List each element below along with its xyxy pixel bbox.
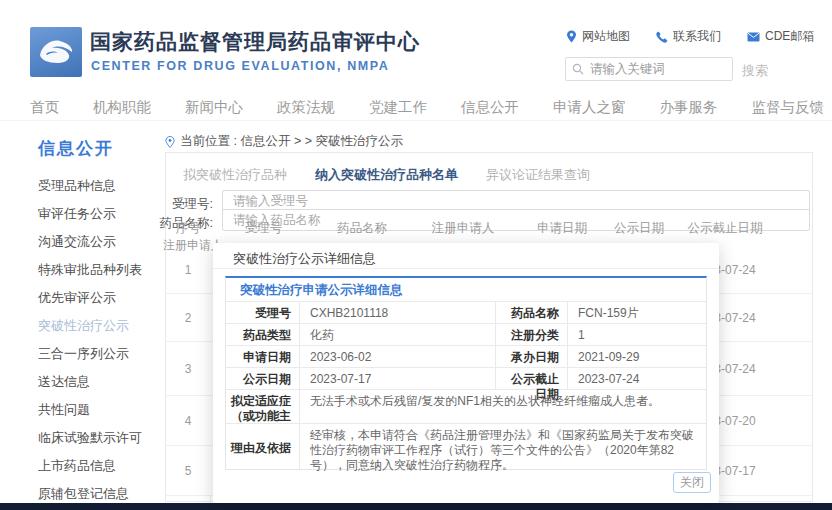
detail-table: 突破性治疗申请公示详细信息 受理号 CXHB2101118 药品名称 FCN-1… — [225, 276, 707, 470]
reason-field-label: 理由及依据 — [226, 424, 300, 469]
table-header-row: 序号 受理号 药品名称 注册申请人 申请日期 公示日期 公示截止日期 — [165, 220, 813, 237]
col-header-apply-date: 申请日期 — [518, 220, 606, 237]
location-pin-icon — [165, 136, 175, 148]
sidebar-item-three-in-one[interactable]: 三合一序列公示 — [38, 340, 168, 368]
nav-item-supervision[interactable]: 监督与反馈 — [752, 98, 825, 117]
detail-row: 公示日期 2023-07-17 公示截止日期 2023-07-24 — [226, 368, 706, 390]
apply-date-field-label: 申请日期 — [226, 346, 300, 367]
tab-proposed-breakthrough[interactable]: 拟突破性治疗品种 — [183, 166, 287, 184]
nav-item-functions[interactable]: 机构职能 — [93, 98, 151, 117]
tab-bar: 拟突破性治疗品种 纳入突破性治疗品种名单 异议论证结果查询 — [183, 166, 590, 184]
reg-class-value: 1 — [568, 324, 706, 345]
col-header-applicant: 注册申请人 — [408, 220, 518, 237]
indication-field-label: 拟定适应症（或功能主治） — [226, 390, 300, 423]
tab-included-breakthrough-list[interactable]: 纳入突破性治疗品种名单 — [315, 166, 458, 184]
reason-value: 经审核，本申请符合《药品注册管理办法》和《国家药监局关于发布突破性治疗药物审评工… — [300, 424, 706, 469]
detail-row: 受理号 CXHB2101118 药品名称 FCN-159片 — [226, 302, 706, 324]
accept-no-value: CXHB2101118 — [300, 302, 496, 323]
nav-item-policies[interactable]: 政策法规 — [277, 98, 335, 117]
undertake-date-value: 2021-09-29 — [568, 346, 706, 367]
sidebar-item-common-issues[interactable]: 共性问题 — [38, 396, 168, 424]
tab-objection-results[interactable]: 异议论证结果查询 — [486, 166, 590, 184]
contact-link[interactable]: 联系我们 — [656, 28, 721, 45]
search-icon — [572, 63, 584, 75]
accept-no-label: 受理号: — [150, 196, 213, 213]
dialog-body: 突破性治疗申请公示详细信息 受理号 CXHB2101118 药品名称 FCN-1… — [213, 269, 719, 470]
undertake-date-field-label: 承办日期 — [496, 346, 568, 367]
col-header-deadline: 公示截止日期 — [672, 220, 778, 237]
topbar-links: 网站地图 联系我们 CDE邮箱 — [566, 28, 814, 45]
sidebar-title: 信息公开 — [38, 137, 114, 160]
close-button[interactable]: 关闭 — [673, 472, 711, 493]
col-header-accept-no: 受理号 — [211, 220, 316, 237]
footer-bar — [0, 503, 832, 510]
swan-logo-icon — [36, 35, 76, 69]
indication-value: 无法手术或术后残留/复发的NF1相关的丛状神经纤维瘤成人患者。 — [300, 390, 706, 423]
sidebar-item-priority-review[interactable]: 优先审评公示 — [38, 284, 168, 312]
sidebar-item-marketed-drugs[interactable]: 上市药品信息 — [38, 452, 168, 480]
phone-icon — [656, 31, 668, 43]
sidebar-item-communication[interactable]: 沟通交流公示 — [38, 228, 168, 256]
mailbox-link[interactable]: CDE邮箱 — [747, 28, 814, 45]
row-no: 3 — [165, 362, 211, 376]
sidebar-item-breakthrough-therapy[interactable]: 突破性治疗公示 — [38, 312, 168, 340]
row-no: 5 — [165, 464, 211, 478]
sidebar-item-delivery-info[interactable]: 送达信息 — [38, 368, 168, 396]
location-pin-icon — [566, 30, 577, 43]
mail-icon — [747, 32, 760, 42]
search-button[interactable]: 搜索 — [742, 62, 768, 80]
dialog-header: 突破性治疗公示详细信息 — [213, 243, 719, 269]
apply-date-value: 2023-06-02 — [300, 346, 496, 367]
sidebar-item-review-tasks[interactable]: 审评任务公示 — [38, 200, 168, 228]
reg-class-field-label: 注册分类 — [496, 324, 568, 345]
dialog-title: 突破性治疗公示详细信息 — [233, 251, 376, 266]
detail-row: 药品类型 化药 注册分类 1 — [226, 324, 706, 346]
nav-item-applicant[interactable]: 申请人之窗 — [553, 98, 626, 117]
row-no: 4 — [165, 414, 211, 428]
detail-row-reason: 理由及依据 经审核，本申请符合《药品注册管理办法》和《国家药监局关于发布突破性治… — [226, 424, 706, 469]
sitemap-link[interactable]: 网站地图 — [566, 28, 630, 45]
publish-date-value: 2023-07-17 — [300, 368, 496, 389]
nav-item-services[interactable]: 办事服务 — [660, 98, 718, 117]
nav-item-disclosure[interactable]: 信息公开 — [461, 98, 519, 117]
sidebar-item-clinical-trial-license[interactable]: 临床试验默示许可 — [38, 424, 168, 452]
col-header-no: 序号 — [165, 220, 211, 237]
keyword-search-box[interactable]: 请输入关键词 — [565, 57, 733, 81]
nav-item-party[interactable]: 党建工作 — [369, 98, 427, 117]
site-subtitle: CENTER FOR DRUG EVALUATION, NMPA — [91, 59, 389, 73]
col-header-publish-date: 公示日期 — [606, 220, 672, 237]
sitemap-label: 网站地图 — [582, 28, 630, 45]
cde-logo[interactable] — [30, 27, 82, 77]
detail-row: 申请日期 2023-06-02 承办日期 2021-09-29 — [226, 346, 706, 368]
site-title: 国家药品监督管理局药品审评中心 — [90, 28, 420, 56]
detail-section-title: 突破性治疗申请公示详细信息 — [226, 278, 706, 302]
nav-item-home[interactable]: 首页 — [30, 98, 59, 117]
detail-row-indication: 拟定适应症（或功能主治） 无法手术或术后残留/复发的NF1相关的丛状神经纤维瘤成… — [226, 390, 706, 424]
deadline-field-label: 公示截止日期 — [496, 368, 568, 389]
drug-name-field-label: 药品名称 — [496, 302, 568, 323]
main-nav: 首页 机构职能 新闻中心 政策法规 党建工作 信息公开 申请人之窗 办事服务 监… — [0, 94, 832, 121]
sidebar-item-accepted-varieties[interactable]: 受理品种信息 — [38, 172, 168, 200]
detail-dialog: 突破性治疗公示详细信息 突破性治疗申请公示详细信息 受理号 CXHB210111… — [213, 243, 719, 503]
search-input[interactable]: 请输入关键词 — [590, 61, 665, 78]
drug-name-value: FCN-159片 — [568, 302, 706, 323]
publish-date-field-label: 公示日期 — [226, 368, 300, 389]
col-header-drug-name: 药品名称 — [316, 220, 408, 237]
deadline-value: 2023-07-24 — [568, 368, 706, 389]
page: 国家药品监督管理局药品审评中心 CENTER FOR DRUG EVALUATI… — [0, 0, 832, 510]
sidebar-menu: 受理品种信息 审评任务公示 沟通交流公示 特殊审批品种列表 优先审评公示 突破性… — [38, 172, 168, 508]
nav-item-news[interactable]: 新闻中心 — [185, 98, 243, 117]
sidebar-item-special-approval[interactable]: 特殊审批品种列表 — [38, 256, 168, 284]
row-no: 1 — [165, 263, 211, 277]
drug-type-field-label: 药品类型 — [226, 324, 300, 345]
mailbox-label: CDE邮箱 — [765, 28, 814, 45]
breadcrumb: 当前位置 : 信息公开 > > 突破性治疗公示 — [165, 133, 403, 150]
breadcrumb-text: 当前位置 : 信息公开 > > 突破性治疗公示 — [180, 133, 403, 150]
accept-no-field-label: 受理号 — [226, 302, 300, 323]
row-no: 2 — [165, 311, 211, 325]
contact-label: 联系我们 — [673, 28, 721, 45]
drug-type-value: 化药 — [300, 324, 496, 345]
